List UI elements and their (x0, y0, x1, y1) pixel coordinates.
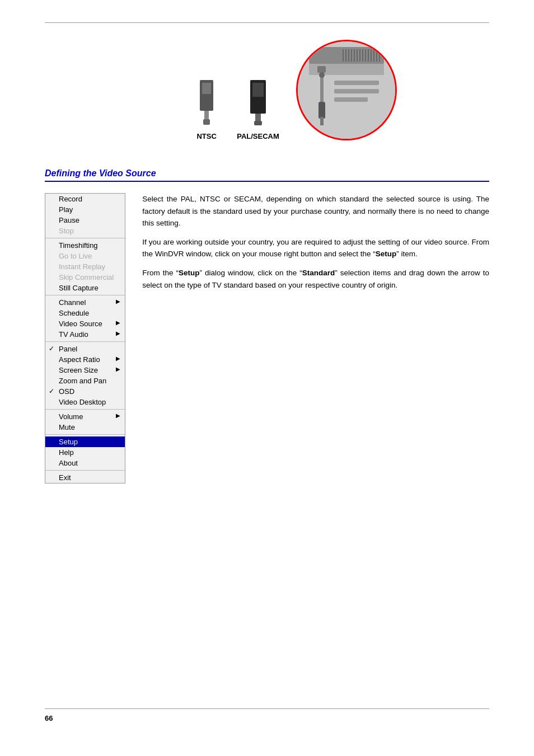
palsecam-connector-svg (245, 77, 271, 128)
description-text: Select the PAL, NTSC or SECAM, depending… (142, 193, 489, 298)
svg-rect-18 (365, 49, 366, 62)
menu-item-panel[interactable]: Panel (45, 344, 125, 354)
svg-rect-7 (254, 121, 262, 125)
menu-item-play[interactable]: Play (45, 204, 125, 215)
menu-item-osd[interactable]: OSD (45, 386, 125, 397)
svg-rect-31 (334, 89, 379, 93)
description-para2-before: If you are working outside your country,… (142, 238, 489, 259)
description-para3: From the “Setup” dialog window, click on… (142, 267, 489, 291)
menu-item-video-source[interactable]: Video Source (45, 318, 125, 329)
menu-item-timeshifting[interactable]: Timeshifting (45, 240, 125, 251)
menu-item-tv-audio[interactable]: TV Audio (45, 329, 125, 340)
menu-separator-4 (45, 409, 125, 410)
menu-separator-1 (45, 238, 125, 238)
svg-rect-20 (371, 49, 372, 62)
svg-rect-10 (343, 49, 344, 62)
svg-rect-13 (351, 49, 352, 62)
menu-item-record[interactable]: Record (45, 194, 125, 204)
menu-item-still-capture[interactable]: Still Capture (45, 283, 125, 293)
image-section: NTSC PAL/SECAM (45, 34, 489, 152)
svg-rect-23 (379, 49, 380, 62)
menu-separator-2 (45, 295, 125, 295)
menu-separator-6 (45, 470, 125, 471)
svg-rect-25 (317, 66, 326, 73)
svg-rect-26 (320, 75, 324, 103)
description-para3-before: From the “ (142, 269, 179, 277)
svg-rect-14 (354, 49, 355, 62)
cable-diagram-svg (298, 41, 395, 139)
setup-bold-1: Setup (376, 250, 397, 258)
description-para2-after: ” item. (396, 250, 418, 258)
menu-item-stop: Stop (45, 226, 125, 236)
setup-bold-2: Setup (179, 269, 200, 277)
palsecam-connector-item: PAL/SECAM (237, 77, 279, 140)
menu-item-help[interactable]: Help (45, 447, 125, 458)
top-rule (45, 22, 489, 23)
svg-rect-1 (202, 83, 211, 94)
menu-item-zoom-and-pan[interactable]: Zoom and Pan (45, 375, 125, 386)
menu-item-skip-commercial: Skip Commercial (45, 272, 125, 283)
footer: 66 (45, 708, 489, 722)
menu-item-schedule[interactable]: Schedule (45, 308, 125, 318)
svg-rect-17 (362, 49, 363, 62)
cable-circle (296, 40, 397, 140)
menu-item-setup[interactable]: Setup (45, 436, 125, 447)
svg-point-27 (319, 72, 325, 78)
svg-rect-32 (334, 97, 368, 102)
ntsc-connector-item: NTSC (193, 77, 220, 140)
menu-item-go-to-live: Go to Live (45, 251, 125, 261)
menu-item-aspect-ratio[interactable]: Aspect Ratio (45, 354, 125, 365)
content-area: Record Play Pause Stop Timeshifting Go t… (45, 193, 489, 483)
svg-rect-3 (203, 119, 210, 125)
svg-rect-19 (368, 49, 369, 62)
svg-rect-12 (348, 49, 349, 62)
palsecam-label: PAL/SECAM (237, 132, 279, 140)
svg-rect-28 (318, 102, 325, 119)
menu-item-screen-size[interactable]: Screen Size (45, 365, 125, 375)
menu-item-video-desktop[interactable]: Video Desktop (45, 397, 125, 407)
menu-item-pause[interactable]: Pause (45, 215, 125, 226)
svg-rect-15 (357, 49, 358, 62)
svg-rect-22 (376, 49, 377, 62)
menu-separator-5 (45, 434, 125, 435)
footer-rule (45, 708, 489, 709)
description-para1: Select the PAL, NTSC or SECAM, depending… (142, 193, 489, 229)
menu-item-mute[interactable]: Mute (45, 422, 125, 433)
menu-item-volume[interactable]: Volume (45, 411, 125, 422)
svg-rect-21 (373, 49, 374, 62)
menu-item-about[interactable]: About (45, 458, 125, 468)
section-title: Defining the Video Source (45, 168, 489, 182)
svg-rect-11 (345, 49, 346, 62)
ntsc-connector-svg (193, 77, 220, 128)
menu-item-exit[interactable]: Exit (45, 472, 125, 483)
context-menu: Record Play Pause Stop Timeshifting Go t… (45, 193, 125, 483)
standard-bold: Standard (302, 269, 335, 277)
svg-rect-16 (359, 49, 360, 62)
menu-item-channel[interactable]: Channel (45, 297, 125, 308)
ntsc-label: NTSC (196, 132, 216, 140)
page: NTSC PAL/SECAM (0, 0, 534, 756)
menu-item-instant-replay: Instant Replay (45, 261, 125, 272)
connectors-area: NTSC PAL/SECAM (193, 40, 397, 140)
svg-rect-30 (334, 81, 379, 85)
svg-rect-29 (320, 117, 324, 125)
svg-rect-5 (252, 83, 264, 97)
description-para2: If you are working outside your country,… (142, 236, 489, 260)
menu-separator-3 (45, 341, 125, 342)
description-para3-after: ” dialog window, click on the “ (200, 269, 302, 277)
page-number: 66 (45, 714, 53, 722)
